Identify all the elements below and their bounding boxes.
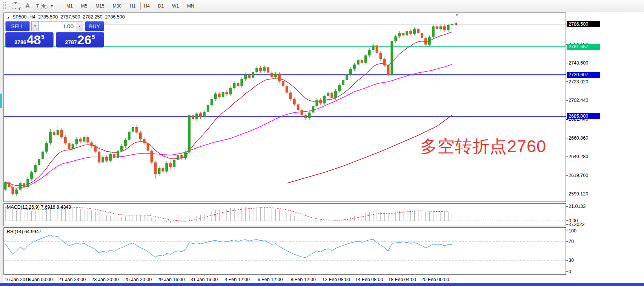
buy-price-pips: 26 [77,33,91,47]
candle-body [244,74,247,79]
open-value: 2785.500 [38,14,58,20]
timeframe-group: M1M5M15M30H1H4D1W1MN [62,2,198,10]
candle-body [315,100,318,106]
candle-body [289,92,292,99]
candle-body [154,162,157,174]
candle-body [349,69,352,74]
candle-body [98,152,100,163]
close-value: 2786.500 [105,14,125,20]
buy-price-point: 5 [92,34,95,40]
candle-body [26,179,29,187]
docked-tab[interactable] [0,94,2,108]
candle-body [417,29,420,33]
chart-area: ▲ SP500-,H4 2785.500 2787.500 2782.250 2… [3,12,644,283]
low-value: 2782.250 [83,14,102,20]
candle-body [338,85,341,91]
candle-body [301,110,303,115]
level-price-badge: 2685.000 [567,113,600,119]
candle-body [165,163,168,172]
macd-indicator-label: MACD(12,26,9) 7.6916 8.4343 [7,205,71,210]
lot-decrease-button[interactable]: ▼ [31,21,39,31]
candle-body [372,46,375,50]
candle-body [387,65,389,75]
candle-body [383,59,386,66]
sell-price-button[interactable]: 2786 48 5 [5,32,54,48]
candle-body [237,83,239,86]
price-tick-label: 2702.440 [569,97,588,103]
left-window-edge [0,12,3,283]
candle-body [376,46,378,53]
candle-body [90,143,93,146]
tf-mn-button[interactable]: MN [184,2,198,10]
candle-body [394,36,397,41]
candle-body [436,26,438,29]
candle-body [447,25,450,30]
lot-increase-button[interactable]: ▲ [76,21,83,31]
toolbar-grip[interactable] [3,2,6,10]
price-tick-label: 2599.120 [569,191,588,197]
price-tick-label: 2640.280 [569,154,588,160]
candle-body [346,74,348,80]
candle-body [132,127,134,132]
candle-body [4,182,7,189]
candle-body [19,183,22,190]
candle-body [169,163,172,167]
chart-canvas[interactable] [3,12,644,283]
candle-body [263,67,266,71]
candle-body [267,67,269,72]
chevron-down-icon[interactable]: ▼ [50,4,54,8]
candle-body [113,154,115,158]
candle-body [330,92,333,98]
candle-body [34,165,37,172]
candle-body [188,115,191,153]
candle-body [83,137,85,141]
rsi-tick-label: 70 [569,238,574,244]
tf-m15-button[interactable]: M15 [92,2,108,10]
time-scale[interactable] [3,275,566,283]
level-price-badge: 2730.607 [567,72,600,78]
font-tool-icon[interactable]: A [22,2,33,11]
candle-body [451,24,453,25]
candle-body [214,94,217,99]
candle-body [353,65,356,69]
tf-w1-button[interactable]: W1 [169,2,182,10]
tf-m5-button[interactable]: M5 [78,2,91,10]
candle-body [101,157,104,162]
candle-body [421,33,423,38]
candle-body [432,26,435,37]
candle-body [41,152,44,159]
rsi-tick-label: 100 [569,228,576,234]
collapse-panel-icon[interactable]: ▲ [7,16,10,19]
data-window-icon[interactable]: F [10,2,21,11]
current-price-badge: 2786.500 [567,21,600,27]
candle-body [240,79,243,86]
candle-body [424,38,427,45]
candle-body [180,155,183,158]
candle-body [252,72,254,78]
toolbar: F A T ▼ M1M5M15M30H1H4D1W1MN [0,0,644,12]
price-tick-label: 2619.700 [569,172,588,178]
tf-m1-button[interactable]: M1 [63,2,76,10]
arrange-tool[interactable]: ▼ [42,2,54,11]
tf-m30-button[interactable]: M30 [109,2,125,10]
candle-body [293,99,296,104]
candle-body [68,143,71,149]
buy-price-button[interactable]: 2787 26 5 [56,32,104,48]
lot-size-input[interactable] [39,21,76,31]
price-scale[interactable] [566,12,644,275]
candle-body [184,152,187,158]
text-tool-icon[interactable]: T [34,3,41,9]
candle-body [409,31,412,34]
tf-h4-button[interactable]: H4 [140,2,153,10]
tf-h1-button[interactable]: H1 [126,2,139,10]
mt4-window: F A T ▼ M1M5M15M30H1H4D1W1MN ▲ SP500-,H4… [0,0,644,286]
tf-d1-button[interactable]: D1 [155,2,167,10]
rsi-tick-label: 30 [569,257,574,263]
candle-body [278,74,281,81]
macd-tick-label: 21.0133 [569,203,586,209]
candle-body [173,160,175,167]
price-tick-label: 2660.860 [569,135,588,141]
buy-button[interactable]: BUY [85,21,104,31]
sell-button[interactable]: SELL [5,21,30,31]
price-tick-label: 2723.020 [569,79,588,85]
